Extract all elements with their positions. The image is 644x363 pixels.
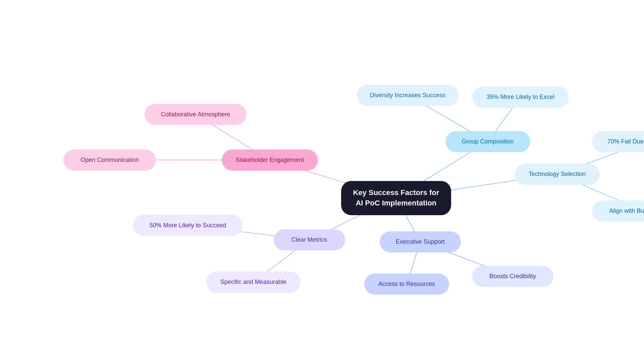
node-label-stakeholder: Stakeholder Engagement — [236, 157, 304, 164]
node-stakeholder[interactable]: Stakeholder Engagement — [222, 149, 318, 171]
node-likely_succeed[interactable]: 50% More Likely to Succeed — [133, 215, 243, 236]
node-specific[interactable]: Specific and Measurable — [206, 271, 301, 293]
node-executive[interactable]: Executive Support — [380, 231, 461, 252]
node-label-center: Key Success Factors for AI PoC Implement… — [351, 188, 441, 208]
node-label-access: Access to Resources — [378, 281, 435, 288]
node-label-align: Align with Business Goals — [609, 207, 644, 215]
node-technology[interactable]: Technology Selection — [515, 164, 600, 185]
node-label-group_composition: Group Composition — [462, 138, 514, 145]
node-fail[interactable]: 70% Fail Due to Poor Choices — [592, 131, 644, 152]
node-excel[interactable]: 35% More Likely to Excel — [472, 86, 569, 108]
mindmap-container: Key Success Factors for AI PoC Implement… — [0, 0, 644, 363]
node-collaborative[interactable]: Collaborative Atmosphere — [145, 104, 247, 125]
node-credibility[interactable]: Boosts Credibility — [472, 266, 553, 287]
node-open_comm[interactable]: Open Communication — [63, 149, 156, 171]
node-label-technology: Technology Selection — [529, 171, 586, 178]
node-center[interactable]: Key Success Factors for AI PoC Implement… — [341, 181, 451, 215]
node-group_composition[interactable]: Group Composition — [445, 131, 530, 152]
node-label-specific: Specific and Measurable — [220, 279, 286, 286]
node-label-excel: 35% More Likely to Excel — [487, 94, 554, 101]
node-clear_metrics[interactable]: Clear Metrics — [274, 229, 345, 250]
node-label-credibility: Boosts Credibility — [489, 273, 536, 280]
node-label-collaborative: Collaborative Atmosphere — [161, 111, 230, 118]
node-label-diversity: Diversity Increases Success — [370, 92, 445, 99]
node-label-fail: 70% Fail Due to Poor Choices — [607, 138, 644, 145]
node-label-clear_metrics: Clear Metrics — [291, 236, 327, 243]
node-diversity[interactable]: Diversity Increases Success — [357, 85, 459, 106]
node-align[interactable]: Align with Business Goals — [592, 200, 644, 222]
node-label-likely_succeed: 50% More Likely to Succeed — [150, 222, 226, 229]
node-label-executive: Executive Support — [396, 238, 445, 245]
node-access[interactable]: Access to Resources — [364, 274, 449, 295]
node-label-open_comm: Open Communication — [80, 157, 139, 164]
